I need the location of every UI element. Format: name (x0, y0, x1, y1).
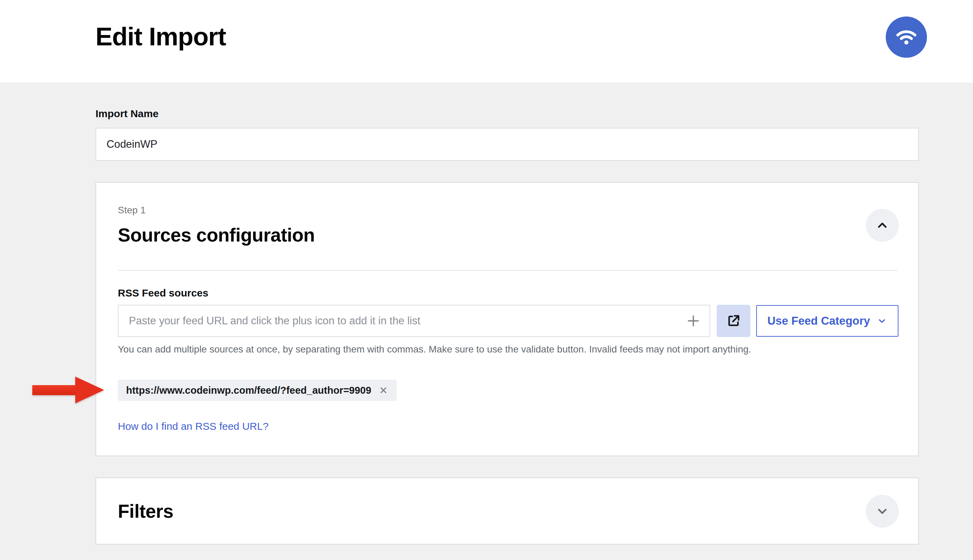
annotation-arrow-head (75, 377, 104, 403)
annotation-arrow-shaft (32, 385, 77, 395)
chevron-down-icon (877, 316, 887, 326)
use-feed-category-label: Use Feed Category (768, 314, 870, 327)
rss-wifi-icon (886, 17, 927, 58)
step-label: Step 1 (118, 205, 146, 216)
import-name-input[interactable] (107, 138, 908, 150)
remove-feed-button[interactable] (378, 385, 388, 395)
add-feed-button[interactable] (685, 313, 701, 329)
validate-feed-button[interactable] (717, 305, 750, 337)
filters-card: Filters (95, 478, 919, 545)
feed-url-tag: https://www.codeinwp.com/feed/?feed_auth… (118, 380, 397, 401)
import-name-label: Import Name (95, 108, 158, 120)
expand-filters-button[interactable] (866, 495, 899, 528)
rss-help-link[interactable]: How do I find an RSS feed URL? (118, 420, 269, 432)
sources-configuration-title: Sources configuration (118, 224, 315, 246)
feed-url-input[interactable] (129, 315, 685, 327)
use-feed-category-button[interactable]: Use Feed Category (756, 305, 898, 337)
feed-url-field-wrap (118, 305, 710, 337)
sources-configuration-card: Step 1 Sources configuration RSS Feed so… (95, 182, 919, 456)
external-link-icon (726, 313, 741, 328)
filters-title: Filters (118, 500, 173, 522)
close-x-icon (378, 385, 388, 395)
plus-icon (685, 313, 701, 329)
collapse-sources-button[interactable] (866, 209, 899, 242)
chevron-down-icon (875, 504, 890, 519)
section-divider (118, 270, 898, 271)
import-name-field-wrap (95, 128, 919, 161)
chevron-up-icon (875, 218, 890, 233)
page-header: Edit Import (0, 0, 973, 82)
sources-helper-text: You can add multiple sources at once, by… (118, 343, 767, 356)
rss-feed-sources-label: RSS Feed sources (118, 287, 208, 299)
page-title: Edit Import (95, 22, 226, 52)
edit-import-page: Edit Import Import Name Step 1 Sources c… (0, 0, 973, 560)
feed-url-tag-text: https://www.codeinwp.com/feed/?feed_auth… (126, 385, 372, 396)
